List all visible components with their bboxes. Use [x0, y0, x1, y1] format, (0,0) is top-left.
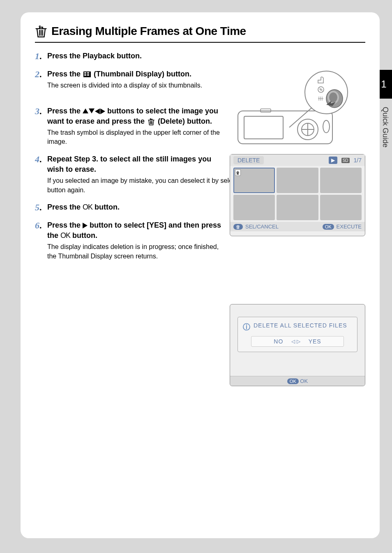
step-number: 3. [35, 106, 47, 147]
chapter-number: 1 [381, 78, 386, 90]
dpad-icon [83, 108, 105, 114]
thumbnail-item[interactable] [320, 168, 362, 193]
step-description: The display indicates deletion is in pro… [47, 242, 224, 261]
arrow-indicator: ◁ ▷ [291, 339, 300, 344]
step-number: 6. [35, 220, 47, 261]
step-number: 2. [35, 69, 47, 90]
confirm-dialog: ⓘ DELETE ALL SELECTED FILES NO ◁ ▷ YES [238, 317, 357, 352]
thumbnail-item[interactable] [320, 195, 362, 220]
section-title: Erasing Multiple Frames at One Time [51, 25, 246, 38]
no-button[interactable]: NO [274, 338, 283, 345]
info-icon: ⓘ [243, 322, 250, 332]
yes-button[interactable]: YES [309, 338, 321, 345]
sel-cancel-label: SEL/CANCEL [245, 224, 279, 230]
confirm-footer: OK OK [230, 376, 365, 386]
sd-card-icon: SD [341, 158, 350, 163]
thumbnail-display-icon [83, 71, 91, 77]
right-arrow-icon [83, 223, 88, 228]
thumbnail-footer: 🗑 SEL/CANCEL OK EXECUTE [230, 222, 365, 231]
step-title: Press the buttons to select the image yo… [47, 106, 224, 127]
step-title: Press the (Thumbnail Display) button. [47, 69, 224, 79]
ok-badge: OK [323, 224, 334, 230]
step-description: The trash symbol is displayed in the upp… [47, 128, 224, 147]
section-header: Erasing Multiple Frames at One Time [35, 25, 365, 43]
step-title: Press the Playback button. [47, 51, 224, 61]
execute-label: EXECUTE [337, 224, 362, 230]
step-description: The screen is divided into a display of … [47, 81, 224, 90]
trash-icon [35, 25, 47, 37]
step-number: 5. [35, 202, 47, 213]
confirm-dialog-screen: ⓘ DELETE ALL SELECTED FILES NO ◁ ▷ YES O… [230, 304, 365, 386]
page-content: Erasing Multiple Frames at One Time 1. P… [21, 12, 380, 538]
thumbnail-item[interactable] [233, 195, 275, 220]
step-title: Press the button to select [YES] and the… [47, 220, 224, 241]
ok-label: OK [300, 378, 308, 384]
thumbnail-item[interactable] [277, 168, 318, 193]
trash-icon: 🗑 [233, 224, 243, 230]
step-number: 4. [35, 154, 47, 195]
step-title: Repeat Step 3. to select all the still i… [47, 154, 224, 175]
confirm-message: DELETE ALL SELECTED FILES [254, 322, 347, 329]
ok-icon: OK [83, 203, 92, 211]
thumbnail-item[interactable] [277, 195, 318, 220]
play-icon: ▶ [329, 157, 337, 164]
trash-mark-icon: 🗑 [235, 169, 241, 176]
svg-point-11 [329, 92, 337, 102]
confirm-buttons: NO ◁ ▷ YES [251, 336, 344, 347]
ok-badge: OK [287, 378, 299, 384]
thumbnail-header: DELETE ▶ SD 1/7 [230, 154, 365, 166]
thumbnail-grid: 🗑 [230, 166, 365, 222]
delete-mode-label: DELETE [233, 156, 264, 164]
thumbnail-display-screen: DELETE ▶ SD 1/7 🗑 🗑 SEL/CANCEL OK EXECUT… [230, 154, 365, 236]
ok-icon: OK [60, 231, 70, 240]
svg-rect-1 [244, 116, 283, 139]
svg-point-5 [323, 120, 330, 133]
thumbnail-item[interactable]: 🗑 [233, 168, 275, 193]
svg-point-6 [305, 71, 348, 114]
step-title: Press the OK button. [47, 202, 224, 212]
step-number: 1. [35, 51, 47, 62]
page-indicator: 1/7 [354, 157, 362, 164]
delete-icon [148, 118, 155, 126]
camera-illustration [230, 70, 365, 148]
step-1: 1. Press the Playback button. [35, 51, 365, 62]
chapter-label: Quick Guide [381, 107, 390, 147]
